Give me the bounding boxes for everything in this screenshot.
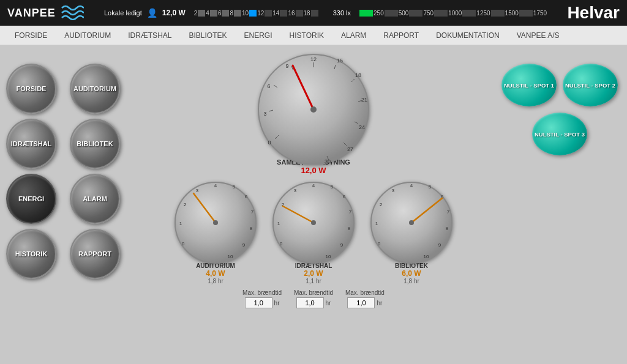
small-gauges-row: 0 1 2 3 4 5 6 7 8 9 10 (173, 180, 454, 284)
hr-label-auditorium: hr (274, 300, 280, 306)
svg-text:3: 3 (294, 188, 297, 193)
svg-text:8: 8 (348, 226, 351, 231)
auditorium-gauge-wrapper: 0 1 2 3 4 5 6 7 8 9 10 (173, 180, 258, 284)
gauges-area: 0 3 6 9 12 15 18 21 24 27 30 (135, 51, 492, 358)
left-btn-auditorium[interactable]: AUDITORIUM (70, 64, 120, 114)
max-input-idraetshal: Max. brændtid hr (294, 289, 333, 308)
idraetshal-value: 2,0 W (295, 269, 332, 278)
auditorium-value: 4,0 W (196, 269, 235, 278)
svg-point-36 (213, 220, 218, 225)
power-bar: 2 4 6 8 10 12 14 16 18 (194, 10, 318, 17)
nav-item-rapport[interactable]: RAPPORT (375, 26, 427, 45)
nav-item-alarm[interactable]: ALARM (332, 26, 375, 45)
svg-text:1: 1 (375, 221, 378, 226)
svg-text:9: 9 (285, 63, 288, 69)
nav-item-auditorium[interactable]: AUDITORIUM (56, 26, 119, 45)
idraetshal-gauge-svg: 0 1 2 3 4 5 6 7 8 9 10 (271, 180, 356, 266)
nav-item-dokumentation[interactable]: DOKUMENTATION (427, 26, 508, 45)
left-btn-rapport[interactable]: RAPPORT (70, 229, 120, 279)
svg-text:0: 0 (378, 241, 381, 247)
svg-text:27: 27 (347, 146, 353, 152)
bibliotek-gauge-svg: 0 1 2 3 4 5 6 7 8 9 10 (369, 180, 454, 266)
svg-text:2: 2 (380, 202, 383, 207)
nav-item-historik[interactable]: HISTORIK (281, 26, 332, 45)
left-btn-bibliotek[interactable]: BIBLIOTEK (70, 119, 120, 169)
nulstil-spot1-button[interactable]: NULSTIL - SPOT 1 (501, 64, 557, 106)
nav-item-energi[interactable]: ENERGI (236, 26, 281, 45)
nav-bar: FORSIDE AUDITORIUM IDRÆTSHAL BIBLIOTEK E… (0, 26, 627, 45)
svg-text:8: 8 (446, 226, 449, 231)
svg-text:2: 2 (184, 202, 187, 207)
nav-item-bibliotek[interactable]: BIBLIOTEK (180, 26, 235, 45)
svg-text:6: 6 (343, 194, 346, 199)
idraetshal-gauge-info: IDRÆTSHAL 2,0 W 1,1 hr (295, 262, 332, 284)
left-btn-historik[interactable]: HISTORIK (6, 229, 56, 279)
power-value: 12,0 W (162, 9, 186, 17)
svg-text:18: 18 (355, 72, 361, 78)
lux-bar: 250 500 750 1000 1250 1500 1750 (359, 10, 547, 17)
svg-text:10: 10 (326, 254, 331, 259)
left-btn-forside[interactable]: FORSIDE (6, 64, 56, 114)
max-input-bibliotek-field[interactable] (347, 297, 375, 308)
max-input-bibliotek: Max. brændtid hr (345, 289, 385, 308)
svg-point-62 (409, 220, 414, 225)
logo-area: VANPEE (7, 3, 84, 23)
svg-text:3: 3 (392, 188, 395, 193)
svg-text:7: 7 (251, 209, 254, 215)
svg-text:10: 10 (424, 254, 429, 259)
svg-text:3: 3 (263, 111, 266, 117)
svg-text:24: 24 (359, 124, 365, 130)
left-btn-alarm[interactable]: ALARM (70, 174, 120, 224)
left-nav: FORSIDE AUDITORIUM IDRÆTSHAL BIBLIOTEK E… (6, 64, 129, 358)
svg-point-49 (311, 220, 316, 225)
svg-text:1: 1 (277, 221, 280, 226)
bibliotek-value: 6,0 W (395, 269, 428, 278)
person-icon: 👤 (147, 8, 157, 18)
svg-text:9: 9 (438, 242, 441, 248)
svg-text:0: 0 (280, 241, 283, 247)
svg-text:4: 4 (410, 183, 413, 188)
nulstil-spot3-button[interactable]: NULSTIL - SPOT 3 (532, 113, 587, 155)
max-input-auditorium-field[interactable] (245, 297, 272, 308)
svg-text:5: 5 (233, 184, 236, 190)
svg-text:9: 9 (242, 242, 246, 248)
main-gauge-svg: 0 3 6 9 12 15 18 21 24 27 30 (255, 51, 372, 165)
header-center: Lokale ledigt 👤 12,0 W 2 4 6 8 10 12 14 … (84, 8, 568, 18)
max-label-auditorium: Max. brændtid (242, 289, 282, 296)
max-input-auditorium: Max. brændtid hr (242, 289, 282, 308)
idraetshal-sub: 1,1 hr (295, 278, 332, 284)
svg-text:3: 3 (196, 188, 199, 193)
header: VANPEE Lokale ledigt 👤 12,0 W 2 4 6 8 10… (0, 0, 627, 26)
bibliotek-sub: 1,8 hr (395, 278, 428, 284)
svg-point-23 (310, 106, 317, 113)
svg-text:1: 1 (179, 221, 182, 226)
bibliotek-gauge-info: BIBLIOTEK 6,0 W 1,8 hr (395, 262, 428, 284)
svg-text:0: 0 (268, 139, 271, 146)
svg-text:30: 30 (325, 158, 331, 165)
left-btn-energi[interactable]: ENERGI (6, 174, 56, 224)
svg-text:8: 8 (250, 226, 253, 231)
helvar-logo: Helvar (567, 3, 620, 23)
nav-item-idraetshal[interactable]: IDRÆTSHAL (119, 26, 180, 45)
auditorium-gauge-info: AUDITORIUM 4,0 W 1,8 hr (196, 262, 235, 284)
svg-text:15: 15 (337, 58, 343, 64)
max-label-idraetshal: Max. brændtid (294, 289, 333, 296)
lux-label: 330 lx (333, 9, 351, 17)
idraetshal-gauge-wrapper: 0 1 2 3 4 5 6 7 8 9 10 (271, 180, 356, 284)
svg-text:7: 7 (349, 209, 352, 215)
left-btn-idraetshal[interactable]: IDRÆTSHAL (6, 119, 56, 169)
teal-row-1: NULSTIL - SPOT 1 NULSTIL - SPOT 2 (501, 64, 618, 106)
svg-text:6: 6 (245, 194, 248, 199)
svg-text:7: 7 (447, 209, 450, 215)
svg-text:5: 5 (429, 184, 432, 190)
nulstil-spot2-button[interactable]: NULSTIL - SPOT 2 (563, 64, 618, 106)
svg-text:4: 4 (214, 183, 217, 188)
main-gauge-value: 12,0 W (277, 166, 350, 175)
svg-text:5: 5 (331, 184, 334, 190)
nav-item-vanpee[interactable]: VANPEE A/S (508, 26, 568, 45)
svg-text:4: 4 (312, 183, 315, 188)
svg-text:9: 9 (340, 242, 344, 248)
auditorium-sub: 1,8 hr (196, 278, 235, 284)
max-input-idraetshal-field[interactable] (296, 297, 324, 308)
nav-item-forside[interactable]: FORSIDE (6, 26, 56, 45)
